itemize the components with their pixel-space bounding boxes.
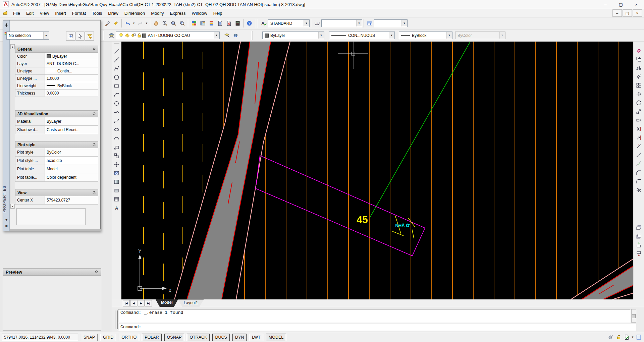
region-icon[interactable] [113,186,121,194]
close-button[interactable]: × [629,0,644,9]
model-space-canvas[interactable]: 45 NHÀ Ở Y X [121,42,633,299]
text-style-combo[interactable]: STANDARD ▼ [268,19,310,27]
maximize-button[interactable]: ▢ [613,0,629,9]
menu-edit[interactable]: Edit [23,10,37,17]
zoom-realtime-icon[interactable] [160,19,169,28]
clean-screen-icon[interactable] [635,333,643,341]
quick-select-button[interactable] [85,32,94,41]
erase-icon[interactable] [635,46,643,54]
select-objects-button[interactable] [75,32,85,41]
toggle-snap[interactable]: SNAP [81,334,98,341]
menu-insert[interactable]: Insert [52,10,69,17]
collapse-chevron-icon[interactable] [92,190,96,195]
toggle-otrack[interactable]: OTRACK [187,334,210,341]
prop-value[interactable]: Contin... [45,67,98,74]
stretch-icon[interactable] [635,116,643,124]
prop-value[interactable]: ByColor [45,148,98,156]
minimize-button[interactable]: – [598,0,613,9]
toggle-osnap[interactable]: OSNAP [164,334,184,341]
chevron-down-icon[interactable]: ▼ [214,32,219,39]
communication-center-icon[interactable] [606,333,614,341]
prop-value[interactable]: 579423.8727 [45,196,98,204]
explode-icon[interactable] [635,186,643,194]
prop-value[interactable]: Color dependent [45,173,98,181]
insert-block-icon[interactable] [113,143,121,151]
mdi-close-button[interactable]: × [633,9,642,17]
text-style-icon[interactable] [259,19,268,28]
toggle-lwt[interactable]: LWT [249,334,263,341]
chevron-down-icon[interactable]: ▼ [401,20,407,26]
send-under-objects-icon[interactable] [635,249,643,258]
tray-menu-arrow-icon[interactable]: ▼ [631,333,635,341]
chevron-down-icon[interactable]: ▼ [389,32,394,39]
layer-on-bulb-icon[interactable] [118,33,124,39]
tab-first-icon[interactable]: |◀ [123,300,130,306]
match-properties-icon[interactable] [103,19,111,28]
menu-tools[interactable]: Tools [89,10,105,17]
command-input[interactable]: Command: [118,324,636,331]
prop-value[interactable]: ByLayer [45,53,98,60]
array-icon[interactable] [635,81,643,89]
prop-value[interactable]: 0.0000 [45,90,98,97]
gradient-icon[interactable] [113,178,121,186]
multiline-text-icon[interactable] [113,204,121,212]
hatch-icon[interactable] [113,169,121,177]
scroll-up-icon[interactable]: ▲ [10,44,15,49]
menu-file[interactable]: File [10,10,23,17]
trim-icon[interactable] [635,125,643,133]
section-view-header[interactable]: View [15,189,98,196]
menu-help[interactable]: Help [210,10,225,17]
toggle-pickadd-button[interactable] [66,32,75,41]
dim-style-icon[interactable] [313,19,321,28]
redo-dropdown-icon[interactable]: ▼ [145,19,149,27]
palette-scrollbar[interactable]: ▲ ▼ [10,44,14,209]
menu-express[interactable]: Express [167,10,189,17]
toolbar-grip[interactable] [114,43,119,46]
redo-icon[interactable] [136,19,145,28]
fillet-icon[interactable] [635,177,643,185]
collapse-chevron-icon[interactable] [92,112,96,116]
layer-viewport-freeze-icon[interactable] [130,33,136,39]
polyline-icon[interactable] [113,64,121,72]
scroll-down-icon[interactable]: ▼ [10,204,15,209]
palette-title-bar[interactable]: PROPERTIES ◂▸ ≡ [3,20,10,231]
collapse-chevron-icon[interactable] [92,142,96,147]
mdi-restore-button[interactable]: ▢ [623,9,632,17]
layer-lock-icon[interactable] [136,33,142,39]
palette-menu-icon[interactable]: ≡ [4,224,9,229]
menu-draw[interactable]: Draw [105,10,121,17]
menu-view[interactable]: View [37,10,52,17]
dim-style-combo[interactable]: ▼ [321,19,362,27]
palette-pin-icon[interactable] [4,22,9,28]
table-style-combo[interactable]: ▼ [374,19,408,27]
bring-to-front-icon[interactable] [635,223,643,231]
offset-icon[interactable] [635,72,643,80]
menu-format[interactable]: Format [69,10,89,17]
ellipse-arc-icon[interactable] [113,134,121,142]
toggle-dyn[interactable]: DYN [232,334,247,341]
table-style-icon[interactable] [365,19,374,28]
palette-autohide-icon[interactable]: ◂▸ [4,217,9,222]
section-3d-header[interactable]: 3D Visualization [15,110,98,117]
arc-icon[interactable] [113,91,121,99]
tool-palettes-icon[interactable] [207,19,216,28]
linetype-combo[interactable]: CON...NUOUS ▼ [329,32,395,39]
polygon-icon[interactable] [113,73,121,81]
undo-icon[interactable] [123,19,132,28]
mdi-minimize-button[interactable]: – [612,9,622,17]
sheetset-manager-icon[interactable] [216,19,224,28]
selection-combo[interactable]: No selection ▼ [6,32,49,40]
chevron-down-icon[interactable]: ▼ [43,32,49,39]
command-history[interactable]: Command: _.erase 1 found [118,309,631,323]
prop-value[interactable]: acad.ctb [45,157,98,165]
section-plot-style-header[interactable]: Plot style [15,141,98,148]
table-icon[interactable] [113,195,121,203]
properties-palette-icon[interactable] [190,19,198,28]
ellipse-icon[interactable] [113,125,121,133]
line-icon[interactable] [113,47,121,55]
prop-value[interactable]: ByLayer [45,117,98,125]
join-icon[interactable] [635,160,643,168]
chamfer-icon[interactable] [635,168,643,176]
toggle-model[interactable]: MODEL [266,334,286,341]
spline-icon[interactable] [113,117,121,125]
